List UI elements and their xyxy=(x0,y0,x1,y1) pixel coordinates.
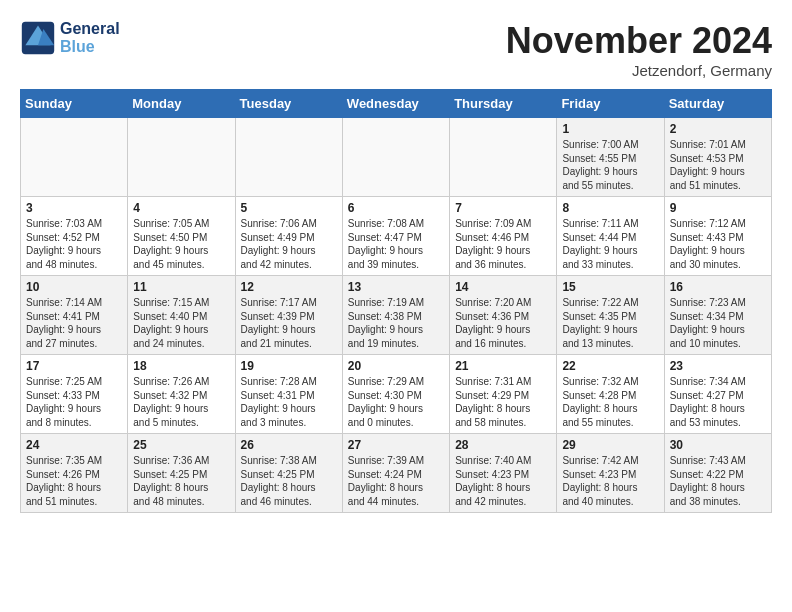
calendar-empty xyxy=(21,118,128,197)
calendar-day-5: 5Sunrise: 7:06 AM Sunset: 4:49 PM Daylig… xyxy=(235,197,342,276)
calendar-day-12: 12Sunrise: 7:17 AM Sunset: 4:39 PM Dayli… xyxy=(235,276,342,355)
day-info: Sunrise: 7:42 AM Sunset: 4:23 PM Dayligh… xyxy=(562,454,658,508)
calendar-day-17: 17Sunrise: 7:25 AM Sunset: 4:33 PM Dayli… xyxy=(21,355,128,434)
day-info: Sunrise: 7:29 AM Sunset: 4:30 PM Dayligh… xyxy=(348,375,444,429)
calendar-day-18: 18Sunrise: 7:26 AM Sunset: 4:32 PM Dayli… xyxy=(128,355,235,434)
day-header-friday: Friday xyxy=(557,90,664,118)
day-number: 25 xyxy=(133,438,229,452)
calendar-empty xyxy=(235,118,342,197)
day-info: Sunrise: 7:03 AM Sunset: 4:52 PM Dayligh… xyxy=(26,217,122,271)
day-info: Sunrise: 7:39 AM Sunset: 4:24 PM Dayligh… xyxy=(348,454,444,508)
day-number: 9 xyxy=(670,201,766,215)
day-number: 17 xyxy=(26,359,122,373)
day-header-sunday: Sunday xyxy=(21,90,128,118)
day-number: 19 xyxy=(241,359,337,373)
calendar-day-25: 25Sunrise: 7:36 AM Sunset: 4:25 PM Dayli… xyxy=(128,434,235,513)
day-info: Sunrise: 7:32 AM Sunset: 4:28 PM Dayligh… xyxy=(562,375,658,429)
day-number: 20 xyxy=(348,359,444,373)
day-info: Sunrise: 7:28 AM Sunset: 4:31 PM Dayligh… xyxy=(241,375,337,429)
calendar-day-10: 10Sunrise: 7:14 AM Sunset: 4:41 PM Dayli… xyxy=(21,276,128,355)
calendar-day-8: 8Sunrise: 7:11 AM Sunset: 4:44 PM Daylig… xyxy=(557,197,664,276)
calendar-week-3: 10Sunrise: 7:14 AM Sunset: 4:41 PM Dayli… xyxy=(21,276,772,355)
day-number: 3 xyxy=(26,201,122,215)
day-number: 28 xyxy=(455,438,551,452)
calendar-week-4: 17Sunrise: 7:25 AM Sunset: 4:33 PM Dayli… xyxy=(21,355,772,434)
day-header-tuesday: Tuesday xyxy=(235,90,342,118)
calendar-day-19: 19Sunrise: 7:28 AM Sunset: 4:31 PM Dayli… xyxy=(235,355,342,434)
day-info: Sunrise: 7:43 AM Sunset: 4:22 PM Dayligh… xyxy=(670,454,766,508)
calendar-day-6: 6Sunrise: 7:08 AM Sunset: 4:47 PM Daylig… xyxy=(342,197,449,276)
calendar-day-9: 9Sunrise: 7:12 AM Sunset: 4:43 PM Daylig… xyxy=(664,197,771,276)
day-number: 30 xyxy=(670,438,766,452)
calendar-day-20: 20Sunrise: 7:29 AM Sunset: 4:30 PM Dayli… xyxy=(342,355,449,434)
day-info: Sunrise: 7:06 AM Sunset: 4:49 PM Dayligh… xyxy=(241,217,337,271)
day-number: 27 xyxy=(348,438,444,452)
day-number: 7 xyxy=(455,201,551,215)
day-info: Sunrise: 7:17 AM Sunset: 4:39 PM Dayligh… xyxy=(241,296,337,350)
day-info: Sunrise: 7:01 AM Sunset: 4:53 PM Dayligh… xyxy=(670,138,766,192)
location: Jetzendorf, Germany xyxy=(506,62,772,79)
day-number: 2 xyxy=(670,122,766,136)
logo-text: General Blue xyxy=(60,20,120,56)
calendar-empty xyxy=(342,118,449,197)
logo-icon xyxy=(20,20,56,56)
day-number: 5 xyxy=(241,201,337,215)
day-info: Sunrise: 7:31 AM Sunset: 4:29 PM Dayligh… xyxy=(455,375,551,429)
day-number: 23 xyxy=(670,359,766,373)
calendar-day-29: 29Sunrise: 7:42 AM Sunset: 4:23 PM Dayli… xyxy=(557,434,664,513)
day-number: 4 xyxy=(133,201,229,215)
calendar-day-2: 2Sunrise: 7:01 AM Sunset: 4:53 PM Daylig… xyxy=(664,118,771,197)
day-number: 22 xyxy=(562,359,658,373)
calendar-day-28: 28Sunrise: 7:40 AM Sunset: 4:23 PM Dayli… xyxy=(450,434,557,513)
day-number: 16 xyxy=(670,280,766,294)
day-header-saturday: Saturday xyxy=(664,90,771,118)
day-info: Sunrise: 7:12 AM Sunset: 4:43 PM Dayligh… xyxy=(670,217,766,271)
calendar-day-1: 1Sunrise: 7:00 AM Sunset: 4:55 PM Daylig… xyxy=(557,118,664,197)
calendar-day-7: 7Sunrise: 7:09 AM Sunset: 4:46 PM Daylig… xyxy=(450,197,557,276)
day-info: Sunrise: 7:11 AM Sunset: 4:44 PM Dayligh… xyxy=(562,217,658,271)
day-info: Sunrise: 7:20 AM Sunset: 4:36 PM Dayligh… xyxy=(455,296,551,350)
day-info: Sunrise: 7:22 AM Sunset: 4:35 PM Dayligh… xyxy=(562,296,658,350)
day-number: 14 xyxy=(455,280,551,294)
day-info: Sunrise: 7:36 AM Sunset: 4:25 PM Dayligh… xyxy=(133,454,229,508)
month-title: November 2024 xyxy=(506,20,772,62)
day-number: 1 xyxy=(562,122,658,136)
calendar-day-24: 24Sunrise: 7:35 AM Sunset: 4:26 PM Dayli… xyxy=(21,434,128,513)
calendar-day-26: 26Sunrise: 7:38 AM Sunset: 4:25 PM Dayli… xyxy=(235,434,342,513)
day-header-monday: Monday xyxy=(128,90,235,118)
day-info: Sunrise: 7:09 AM Sunset: 4:46 PM Dayligh… xyxy=(455,217,551,271)
day-info: Sunrise: 7:40 AM Sunset: 4:23 PM Dayligh… xyxy=(455,454,551,508)
calendar-day-13: 13Sunrise: 7:19 AM Sunset: 4:38 PM Dayli… xyxy=(342,276,449,355)
day-info: Sunrise: 7:08 AM Sunset: 4:47 PM Dayligh… xyxy=(348,217,444,271)
day-number: 10 xyxy=(26,280,122,294)
day-info: Sunrise: 7:25 AM Sunset: 4:33 PM Dayligh… xyxy=(26,375,122,429)
day-number: 24 xyxy=(26,438,122,452)
day-number: 13 xyxy=(348,280,444,294)
logo: General Blue xyxy=(20,20,120,56)
day-info: Sunrise: 7:14 AM Sunset: 4:41 PM Dayligh… xyxy=(26,296,122,350)
calendar-header-row: SundayMondayTuesdayWednesdayThursdayFrid… xyxy=(21,90,772,118)
calendar-week-1: 1Sunrise: 7:00 AM Sunset: 4:55 PM Daylig… xyxy=(21,118,772,197)
day-number: 26 xyxy=(241,438,337,452)
calendar-week-5: 24Sunrise: 7:35 AM Sunset: 4:26 PM Dayli… xyxy=(21,434,772,513)
day-number: 21 xyxy=(455,359,551,373)
day-number: 29 xyxy=(562,438,658,452)
calendar-day-21: 21Sunrise: 7:31 AM Sunset: 4:29 PM Dayli… xyxy=(450,355,557,434)
day-info: Sunrise: 7:23 AM Sunset: 4:34 PM Dayligh… xyxy=(670,296,766,350)
day-info: Sunrise: 7:34 AM Sunset: 4:27 PM Dayligh… xyxy=(670,375,766,429)
day-info: Sunrise: 7:26 AM Sunset: 4:32 PM Dayligh… xyxy=(133,375,229,429)
calendar-day-30: 30Sunrise: 7:43 AM Sunset: 4:22 PM Dayli… xyxy=(664,434,771,513)
day-info: Sunrise: 7:00 AM Sunset: 4:55 PM Dayligh… xyxy=(562,138,658,192)
calendar-empty xyxy=(450,118,557,197)
day-number: 12 xyxy=(241,280,337,294)
calendar-empty xyxy=(128,118,235,197)
day-info: Sunrise: 7:38 AM Sunset: 4:25 PM Dayligh… xyxy=(241,454,337,508)
day-info: Sunrise: 7:19 AM Sunset: 4:38 PM Dayligh… xyxy=(348,296,444,350)
calendar-day-3: 3Sunrise: 7:03 AM Sunset: 4:52 PM Daylig… xyxy=(21,197,128,276)
calendar-day-22: 22Sunrise: 7:32 AM Sunset: 4:28 PM Dayli… xyxy=(557,355,664,434)
day-header-thursday: Thursday xyxy=(450,90,557,118)
calendar-day-15: 15Sunrise: 7:22 AM Sunset: 4:35 PM Dayli… xyxy=(557,276,664,355)
calendar-day-23: 23Sunrise: 7:34 AM Sunset: 4:27 PM Dayli… xyxy=(664,355,771,434)
calendar-table: SundayMondayTuesdayWednesdayThursdayFrid… xyxy=(20,89,772,513)
calendar-day-14: 14Sunrise: 7:20 AM Sunset: 4:36 PM Dayli… xyxy=(450,276,557,355)
